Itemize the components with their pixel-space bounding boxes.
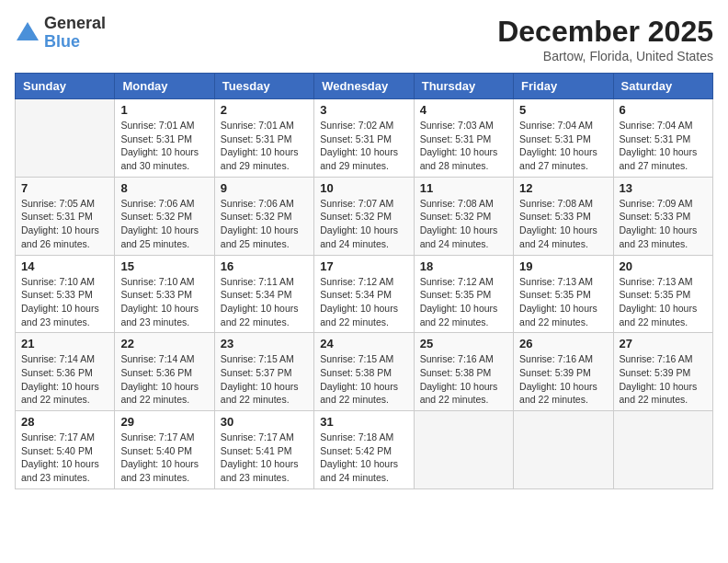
page-header: General Blue December 2025 Bartow, Flori…	[15, 15, 713, 63]
day-number: 24	[320, 337, 407, 350]
day-number: 13	[620, 181, 707, 195]
day-info: Sunrise: 7:01 AM Sunset: 5:31 PM Dayligh…	[221, 119, 308, 173]
calendar-day-header: Wednesday	[314, 74, 414, 99]
calendar-cell: 9Sunrise: 7:06 AM Sunset: 5:32 PM Daylig…	[214, 177, 313, 255]
calendar-cell: 26Sunrise: 7:16 AM Sunset: 5:39 PM Dayli…	[514, 333, 613, 411]
day-info: Sunrise: 7:12 AM Sunset: 5:35 PM Dayligh…	[420, 275, 507, 329]
day-info: Sunrise: 7:12 AM Sunset: 5:34 PM Dayligh…	[320, 275, 407, 329]
calendar-day-header: Friday	[514, 74, 613, 99]
calendar-cell: 19Sunrise: 7:13 AM Sunset: 5:35 PM Dayli…	[514, 255, 613, 333]
calendar-cell: 14Sunrise: 7:10 AM Sunset: 5:33 PM Dayli…	[16, 255, 115, 333]
calendar-cell: 6Sunrise: 7:04 AM Sunset: 5:31 PM Daylig…	[613, 99, 712, 178]
day-number: 26	[519, 337, 607, 350]
day-info: Sunrise: 7:14 AM Sunset: 5:36 PM Dayligh…	[120, 352, 208, 407]
calendar-cell: 30Sunrise: 7:17 AM Sunset: 5:41 PM Dayli…	[214, 411, 313, 489]
calendar-cell: 20Sunrise: 7:13 AM Sunset: 5:35 PM Dayli…	[613, 255, 712, 333]
calendar-cell: 18Sunrise: 7:12 AM Sunset: 5:35 PM Dayli…	[414, 255, 513, 333]
day-info: Sunrise: 7:17 AM Sunset: 5:41 PM Dayligh…	[221, 431, 308, 485]
calendar-cell	[414, 411, 513, 489]
day-number: 28	[21, 415, 108, 429]
calendar-cell: 21Sunrise: 7:14 AM Sunset: 5:36 PM Dayli…	[16, 333, 115, 411]
day-number: 31	[320, 415, 407, 429]
calendar-cell: 28Sunrise: 7:17 AM Sunset: 5:40 PM Dayli…	[16, 411, 115, 489]
calendar-cell: 13Sunrise: 7:09 AM Sunset: 5:33 PM Dayli…	[613, 177, 712, 255]
day-number: 1	[120, 103, 208, 117]
calendar-cell: 1Sunrise: 7:01 AM Sunset: 5:31 PM Daylig…	[115, 99, 214, 178]
calendar-cell: 23Sunrise: 7:15 AM Sunset: 5:37 PM Dayli…	[214, 333, 313, 411]
day-number: 9	[221, 181, 308, 195]
day-info: Sunrise: 7:13 AM Sunset: 5:35 PM Dayligh…	[519, 275, 607, 329]
logo-icon	[15, 20, 40, 46]
day-info: Sunrise: 7:10 AM Sunset: 5:33 PM Dayligh…	[120, 275, 208, 329]
calendar-week-row: 21Sunrise: 7:14 AM Sunset: 5:36 PM Dayli…	[16, 333, 713, 411]
day-info: Sunrise: 7:13 AM Sunset: 5:35 PM Dayligh…	[620, 275, 707, 329]
day-number: 4	[420, 103, 507, 117]
day-number: 10	[320, 181, 407, 195]
calendar-cell	[514, 411, 613, 489]
calendar-cell: 29Sunrise: 7:17 AM Sunset: 5:40 PM Dayli…	[115, 411, 214, 489]
calendar-cell: 17Sunrise: 7:12 AM Sunset: 5:34 PM Dayli…	[314, 255, 414, 333]
day-number: 6	[620, 103, 707, 117]
day-info: Sunrise: 7:02 AM Sunset: 5:31 PM Dayligh…	[320, 119, 407, 173]
day-info: Sunrise: 7:06 AM Sunset: 5:32 PM Dayligh…	[120, 197, 208, 251]
calendar-week-row: 7Sunrise: 7:05 AM Sunset: 5:31 PM Daylig…	[16, 177, 713, 255]
day-info: Sunrise: 7:16 AM Sunset: 5:39 PM Dayligh…	[620, 352, 707, 407]
logo-blue: Blue	[44, 32, 80, 51]
day-info: Sunrise: 7:11 AM Sunset: 5:34 PM Dayligh…	[221, 275, 308, 329]
calendar-cell: 7Sunrise: 7:05 AM Sunset: 5:31 PM Daylig…	[16, 177, 115, 255]
calendar-week-row: 14Sunrise: 7:10 AM Sunset: 5:33 PM Dayli…	[16, 255, 713, 333]
day-info: Sunrise: 7:09 AM Sunset: 5:33 PM Dayligh…	[620, 197, 707, 251]
day-number: 5	[519, 103, 607, 117]
day-number: 22	[120, 337, 208, 350]
logo-general: General	[44, 14, 106, 32]
day-info: Sunrise: 7:18 AM Sunset: 5:42 PM Dayligh…	[320, 431, 407, 485]
day-info: Sunrise: 7:04 AM Sunset: 5:31 PM Dayligh…	[519, 119, 607, 173]
calendar-week-row: 28Sunrise: 7:17 AM Sunset: 5:40 PM Dayli…	[16, 411, 713, 489]
day-info: Sunrise: 7:16 AM Sunset: 5:38 PM Dayligh…	[420, 352, 507, 407]
title-area: December 2025 Bartow, Florida, United St…	[497, 15, 713, 63]
day-number: 16	[221, 259, 308, 273]
calendar: SundayMondayTuesdayWednesdayThursdayFrid…	[15, 73, 713, 489]
day-number: 2	[221, 103, 308, 117]
day-info: Sunrise: 7:14 AM Sunset: 5:36 PM Dayligh…	[21, 352, 108, 407]
calendar-day-header: Thursday	[414, 74, 513, 99]
calendar-cell: 24Sunrise: 7:15 AM Sunset: 5:38 PM Dayli…	[314, 333, 414, 411]
day-info: Sunrise: 7:01 AM Sunset: 5:31 PM Dayligh…	[120, 119, 208, 173]
day-info: Sunrise: 7:17 AM Sunset: 5:40 PM Dayligh…	[21, 431, 108, 485]
day-number: 14	[21, 259, 108, 273]
calendar-cell: 25Sunrise: 7:16 AM Sunset: 5:38 PM Dayli…	[414, 333, 513, 411]
day-info: Sunrise: 7:08 AM Sunset: 5:32 PM Dayligh…	[420, 197, 507, 251]
day-info: Sunrise: 7:15 AM Sunset: 5:38 PM Dayligh…	[320, 352, 407, 407]
day-number: 11	[420, 181, 507, 195]
logo-text: General Blue	[44, 15, 106, 52]
calendar-week-row: 1Sunrise: 7:01 AM Sunset: 5:31 PM Daylig…	[16, 99, 713, 178]
calendar-header-row: SundayMondayTuesdayWednesdayThursdayFrid…	[16, 74, 713, 99]
day-number: 20	[620, 259, 707, 273]
day-info: Sunrise: 7:05 AM Sunset: 5:31 PM Dayligh…	[21, 197, 108, 251]
calendar-cell: 5Sunrise: 7:04 AM Sunset: 5:31 PM Daylig…	[514, 99, 613, 178]
day-info: Sunrise: 7:03 AM Sunset: 5:31 PM Dayligh…	[420, 119, 507, 173]
day-number: 8	[120, 181, 208, 195]
calendar-cell: 12Sunrise: 7:08 AM Sunset: 5:33 PM Dayli…	[514, 177, 613, 255]
calendar-day-header: Saturday	[613, 74, 712, 99]
day-info: Sunrise: 7:08 AM Sunset: 5:33 PM Dayligh…	[519, 197, 607, 251]
day-number: 23	[221, 337, 308, 350]
calendar-day-header: Sunday	[16, 74, 115, 99]
day-number: 21	[21, 337, 108, 350]
location: Bartow, Florida, United States	[497, 49, 713, 63]
svg-marker-0	[17, 22, 39, 40]
day-number: 19	[519, 259, 607, 273]
calendar-day-header: Tuesday	[214, 74, 313, 99]
day-info: Sunrise: 7:17 AM Sunset: 5:40 PM Dayligh…	[120, 431, 208, 485]
calendar-cell: 11Sunrise: 7:08 AM Sunset: 5:32 PM Dayli…	[414, 177, 513, 255]
calendar-cell: 10Sunrise: 7:07 AM Sunset: 5:32 PM Dayli…	[314, 177, 414, 255]
day-info: Sunrise: 7:16 AM Sunset: 5:39 PM Dayligh…	[519, 352, 607, 407]
logo: General Blue	[15, 15, 106, 52]
calendar-cell: 31Sunrise: 7:18 AM Sunset: 5:42 PM Dayli…	[314, 411, 414, 489]
calendar-cell: 4Sunrise: 7:03 AM Sunset: 5:31 PM Daylig…	[414, 99, 513, 178]
calendar-cell	[16, 99, 115, 178]
calendar-cell: 8Sunrise: 7:06 AM Sunset: 5:32 PM Daylig…	[115, 177, 214, 255]
calendar-cell: 2Sunrise: 7:01 AM Sunset: 5:31 PM Daylig…	[214, 99, 313, 178]
calendar-cell: 16Sunrise: 7:11 AM Sunset: 5:34 PM Dayli…	[214, 255, 313, 333]
day-number: 29	[120, 415, 208, 429]
